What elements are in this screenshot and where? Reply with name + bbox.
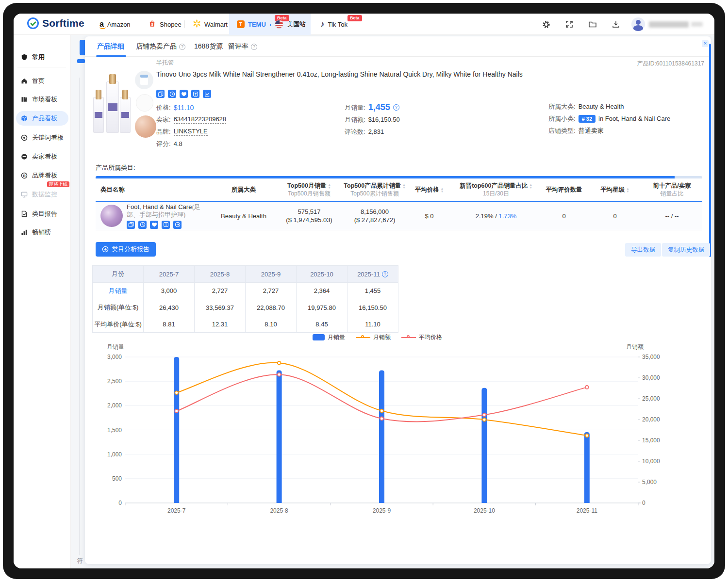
- nav-temu-us[interactable]: T TEMU Beta › 美国站: [229, 14, 311, 35]
- category-column-header[interactable]: 平均价格▲▼: [406, 178, 452, 201]
- svg-text:35,000: 35,000: [642, 354, 660, 360]
- seller-icon: [21, 153, 28, 160]
- svg-text:2,500: 2,500: [107, 378, 122, 385]
- sidebar-item-home[interactable]: 首页: [16, 74, 68, 88]
- copy-history-button[interactable]: 复制历史数据: [662, 243, 710, 257]
- monthly-value-cell: 8.45: [297, 316, 347, 333]
- monthly-header-cell: 2025-11?: [347, 266, 398, 283]
- walmart-icon: [193, 19, 201, 29]
- monthly-value-cell: 2,727: [246, 283, 297, 299]
- product-image[interactable]: [92, 72, 133, 135]
- svg-text:3,000: 3,000: [107, 354, 122, 360]
- fullscreen-icon[interactable]: [564, 19, 574, 29]
- brand-link[interactable]: LINKSTYLE: [174, 128, 208, 136]
- export-data-button[interactable]: 导出数据: [625, 243, 661, 257]
- tab-product-detail[interactable]: 产品详细: [97, 36, 124, 57]
- svg-text:2025-7: 2025-7: [167, 507, 186, 514]
- product-thumbnail-hand[interactable]: [135, 115, 156, 138]
- sidebar-item-monitor[interactable]: 数据监控即将上线: [16, 187, 68, 202]
- sort-icon[interactable]: ▲▼: [626, 187, 629, 193]
- monthly-sales-value: 1,455: [368, 102, 390, 113]
- legend-item-bar[interactable]: 月销量: [313, 333, 345, 341]
- nav-amazon[interactable]: a Amazon: [99, 14, 131, 35]
- help-icon[interactable]: ?: [382, 271, 388, 277]
- product-thumbnail[interactable]: [136, 94, 153, 112]
- category-action-icons: T: [127, 221, 212, 229]
- sidebar-item-report[interactable]: 类目报告: [16, 207, 68, 221]
- folder-icon[interactable]: [588, 19, 597, 29]
- sort-icon[interactable]: ▲▼: [441, 187, 444, 193]
- category-report-button[interactable]: 类目分析报告: [96, 242, 156, 257]
- tab-1688-supply[interactable]: 1688货源: [194, 36, 223, 57]
- close-icon[interactable]: ×: [702, 40, 709, 47]
- copy-icon[interactable]: [127, 221, 135, 229]
- sidebar: « 常用首页市场看板产品看板关键词看板卖家看板R品牌看板数据监控即将上线类目报告…: [14, 35, 71, 568]
- sidebar-item-brand[interactable]: R品牌看板: [16, 168, 68, 183]
- svg-text:月销量: 月销量: [107, 343, 124, 350]
- scrollbar-thumb[interactable]: [709, 44, 711, 257]
- sort-icon[interactable]: ▲▼: [328, 183, 331, 189]
- trend-icon[interactable]: [203, 90, 211, 98]
- tab-store-hot-products[interactable]: 店铺热卖产品?: [136, 36, 185, 57]
- copy-icon[interactable]: [156, 90, 165, 98]
- user-avatar[interactable]: [631, 17, 645, 31]
- monthly-header-cell: 月份: [93, 266, 144, 283]
- sidebar-item-keyword[interactable]: 关键词看板: [16, 130, 68, 145]
- sort-icon[interactable]: ▲▼: [402, 183, 405, 189]
- sidebar-item-market[interactable]: 市场看板: [16, 92, 68, 107]
- history-icon[interactable]: [168, 90, 176, 98]
- category-table-row: Foot, Hand & Nail Care(足部、手部与指甲护理) T Bea…: [96, 202, 702, 230]
- price-value[interactable]: $11.10: [174, 104, 194, 112]
- product-tag: 半托管: [156, 59, 174, 67]
- legend-item-line[interactable]: 月销额: [356, 333, 391, 341]
- help-icon[interactable]: ?: [393, 104, 399, 111]
- sidebar-item-shield: 常用: [16, 50, 68, 65]
- svg-text:2025-9: 2025-9: [373, 507, 391, 514]
- chart-svg: 月销量月销额05001,0001,5002,0002,5003,00005,00…: [92, 342, 662, 517]
- monthly-header-cell: 2025-7: [144, 266, 195, 283]
- us-flag-icon: [275, 20, 283, 29]
- seller-link[interactable]: 634418223209628: [174, 115, 226, 124]
- rank-badge: # 32: [579, 115, 596, 123]
- sidebar-item-rank[interactable]: 畅销榜: [16, 225, 68, 240]
- screen: Sorftime a Amazon S Shopee Walmart T TEM…: [0, 0, 728, 582]
- nav-tiktok[interactable]: ♪ Tik Tok Beta: [320, 14, 347, 35]
- temu-badge-icon[interactable]: T: [191, 90, 199, 98]
- svg-text:T: T: [195, 92, 197, 96]
- product-icon: [21, 115, 28, 122]
- settings-gear-icon[interactable]: [541, 19, 551, 29]
- brand-name: Sorftime: [42, 17, 84, 29]
- chevron-right-icon: ›: [269, 21, 271, 28]
- category-column-header[interactable]: 平均星级▲▼: [588, 178, 642, 201]
- app-logo[interactable]: Sorftime: [27, 17, 84, 29]
- history-icon[interactable]: [138, 221, 147, 229]
- download-icon[interactable]: [611, 19, 621, 29]
- favorite-icon[interactable]: [150, 221, 158, 229]
- new-top600-share-cell: 2.19% / 1.73%: [452, 202, 540, 230]
- sidebar-item-product[interactable]: 产品看板: [16, 111, 68, 126]
- category-column-header[interactable]: Top500产品累计销量▲▼Top500累计销售额: [343, 178, 406, 201]
- monthly-row-label[interactable]: 月销量: [93, 283, 144, 299]
- avg-star-cell: 0: [588, 202, 642, 230]
- sidebar-item-seller[interactable]: 卖家看板: [16, 149, 68, 164]
- favorite-icon[interactable]: [180, 90, 188, 98]
- nav-shopee[interactable]: S Shopee: [148, 14, 182, 35]
- category-column-header[interactable]: 新晋top600产品销量占比▲▼15日/30日: [452, 178, 540, 201]
- category-name-cell[interactable]: Foot, Hand & Nail Care(足部、手部与指甲护理) T: [96, 202, 212, 230]
- share-30d-link[interactable]: 1.73%: [498, 212, 516, 220]
- svg-text:500: 500: [112, 475, 122, 482]
- category-column-header[interactable]: Top500月销量▲▼Top500月销售额: [275, 178, 343, 201]
- sort-icon[interactable]: ▲▼: [529, 183, 532, 189]
- rank-icon: [21, 229, 28, 236]
- tab-review-rate[interactable]: 留评率?: [228, 36, 257, 57]
- svg-text:0: 0: [118, 500, 122, 506]
- circle-right-icon[interactable]: [173, 221, 182, 229]
- active-tab-underline: [96, 55, 126, 57]
- sidebar-collapse-button[interactable]: «: [35, 566, 38, 568]
- category-column-header: 平均评价数量: [540, 178, 588, 201]
- legend-item-line[interactable]: 平均价格: [401, 333, 442, 341]
- product-thumbnail[interactable]: [135, 71, 153, 89]
- top10-share-cell: -- / --: [642, 202, 702, 230]
- nav-walmart[interactable]: Walmart: [193, 14, 228, 35]
- temu-badge-icon[interactable]: T: [162, 221, 170, 229]
